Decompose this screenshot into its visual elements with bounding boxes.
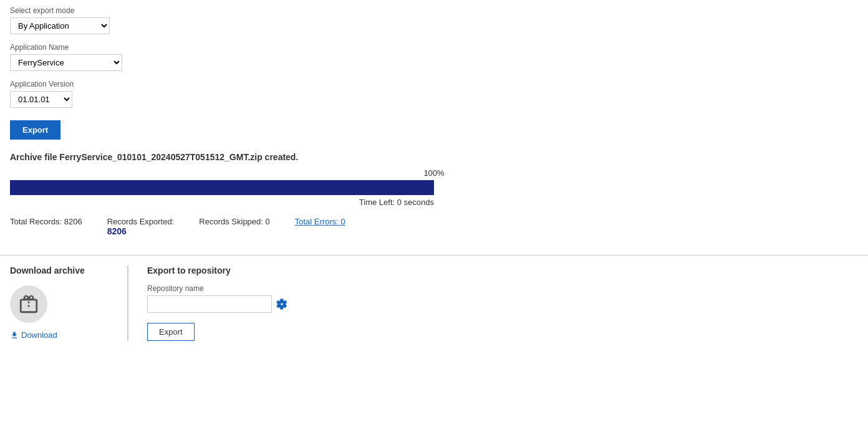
export-mode-label: Select export mode [10, 6, 858, 15]
download-icon [10, 331, 19, 340]
download-section: Download archive Download [10, 266, 128, 341]
download-link-text: Download [21, 330, 57, 340]
total-records-stat: Total Records: 8206 [10, 217, 82, 226]
app-version-select[interactable]: 01.01.01 01.01.02 [10, 91, 72, 108]
app-name-select[interactable]: FerryService OtherApp [10, 54, 122, 71]
records-exported-stat: Records Exported: 8206 [107, 217, 175, 236]
progress-percent: 100% [10, 168, 858, 178]
svg-point-0 [281, 303, 284, 306]
app-version-group: Application Version 01.01.01 01.01.02 [10, 80, 858, 108]
time-left: Time Left: 0 seconds [10, 198, 434, 207]
repo-name-label: Repository name [147, 284, 858, 293]
repo-export-button[interactable]: Export [147, 323, 195, 341]
records-skipped-label: Records Skipped: 0 [199, 217, 269, 226]
export-repo-title: Export to repository [147, 266, 858, 275]
records-exported-label: Records Exported: [107, 217, 175, 226]
zip-icon [18, 294, 39, 315]
download-link[interactable]: Download [10, 330, 115, 340]
stats-row: Total Records: 8206 Records Exported: 82… [10, 217, 858, 236]
archive-icon [10, 285, 47, 323]
app-version-select-wrapper: 01.01.01 01.01.02 [10, 91, 858, 108]
export-mode-select[interactable]: By Application By Module By Feature [10, 17, 110, 34]
records-exported-value: 8206 [107, 226, 175, 236]
total-errors-link[interactable]: Total Errors: 0 [295, 217, 345, 226]
app-version-label: Application Version [10, 80, 858, 89]
progress-bar-fill [11, 181, 433, 194]
repo-name-row [147, 295, 858, 313]
app-name-label: Application Name [10, 43, 858, 52]
progress-section: 100% Time Left: 0 seconds [10, 168, 858, 207]
repo-name-input[interactable] [147, 295, 272, 313]
export-mode-group: Select export mode By Application By Mod… [10, 6, 858, 34]
download-section-title: Download archive [10, 266, 115, 275]
export-repo-section: Export to repository Repository name Exp… [128, 266, 858, 341]
archive-message: Archive file FerryService_010101_2024052… [10, 152, 858, 162]
records-skipped-stat: Records Skipped: 0 [199, 217, 269, 226]
total-errors-stat: Total Errors: 0 [295, 217, 345, 226]
export-button[interactable]: Export [10, 120, 60, 140]
bottom-section: Download archive Download Export to repo… [0, 256, 868, 351]
app-name-select-wrapper: FerryService OtherApp [10, 54, 858, 71]
progress-bar-container [10, 180, 434, 195]
main-content: Select export mode By Application By Mod… [0, 0, 868, 242]
total-records-label: Total Records: 8206 [10, 217, 82, 226]
app-name-group: Application Name FerryService OtherApp [10, 43, 858, 71]
export-mode-select-wrapper: By Application By Module By Feature [10, 17, 858, 34]
repo-settings-icon[interactable] [276, 298, 288, 310]
